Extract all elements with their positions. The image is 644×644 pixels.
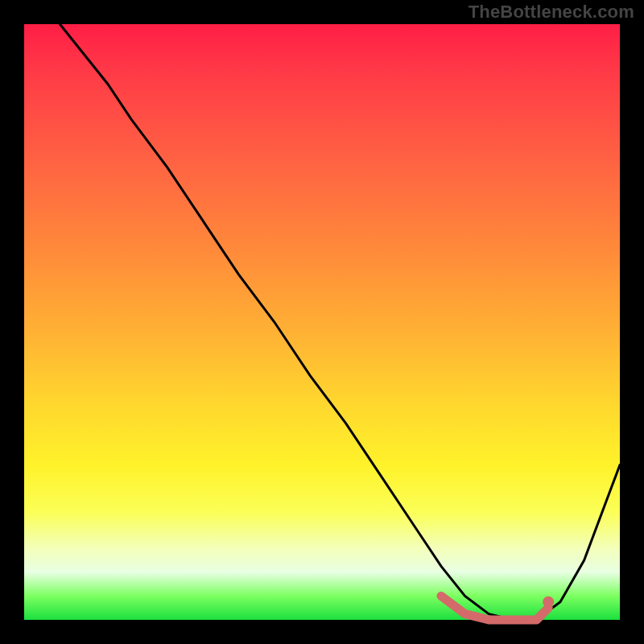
bottleneck-curve-path [60,24,620,620]
watermark-text: TheBottleneck.com [469,2,634,23]
plot-area [24,24,620,620]
chart-frame: TheBottleneck.com [0,0,644,644]
optimal-range-highlight [441,596,548,620]
optimal-end-dot [543,597,554,608]
chart-svg [24,24,620,620]
